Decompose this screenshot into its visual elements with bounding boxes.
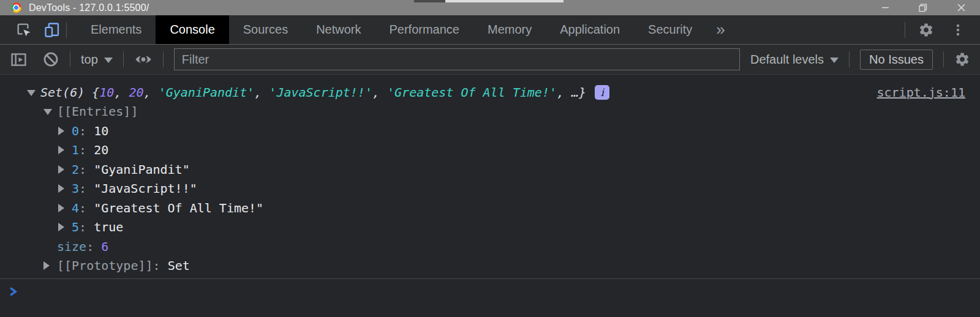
three-dot-menu-icon <box>951 23 965 37</box>
log-levels-dropdown[interactable]: Default levels <box>750 53 839 67</box>
eye-icon <box>134 50 153 69</box>
entry-value: "GyaniPandit" <box>94 162 190 177</box>
tab-memory[interactable]: Memory <box>473 15 546 44</box>
entry-value: "JavaScript!!" <box>94 181 197 196</box>
tab-label: Elements <box>91 23 141 37</box>
entry-index: 2 <box>72 162 79 177</box>
device-toolbar-toggle-button[interactable] <box>38 15 66 44</box>
property-value: 6 <box>101 239 108 254</box>
separator: : <box>86 239 101 254</box>
set-object-preview[interactable]: Set(6) {10, 20, 'GyaniPandit', 'JavaScri… <box>40 85 586 100</box>
console-prompt[interactable] <box>0 279 980 300</box>
tab-label: Console <box>170 23 214 37</box>
tab-application[interactable]: Application <box>546 15 634 44</box>
divider <box>943 51 944 67</box>
tab-label: Memory <box>488 23 532 37</box>
titlebar[interactable]: DevTools - 127.0.0.1:5500/ <box>0 0 980 15</box>
inspect-element-button[interactable] <box>10 15 38 44</box>
preview-string: 'GyaniPandit' <box>159 85 255 100</box>
expand-arrow-icon[interactable] <box>43 261 57 270</box>
console-prompt-icon <box>9 286 19 297</box>
entry-row[interactable]: 5: true <box>0 218 980 237</box>
preview-text: , <box>254 85 269 100</box>
expand-arrow-icon[interactable] <box>58 165 72 174</box>
log-levels-label: Default levels <box>750 53 824 67</box>
close-button[interactable] <box>942 0 980 15</box>
chevron-down-icon <box>830 58 839 63</box>
tab-elements[interactable]: Elements <box>77 15 156 44</box>
tab-security[interactable]: Security <box>634 15 706 44</box>
separator: : <box>79 124 94 138</box>
recording-progress-overlay <box>414 0 564 2</box>
console-settings-button[interactable] <box>954 51 970 67</box>
divider <box>70 51 70 67</box>
tab-performance[interactable]: Performance <box>375 15 474 44</box>
context-selector-dropdown[interactable]: top <box>81 53 113 67</box>
minimize-button[interactable] <box>866 0 904 15</box>
clear-console-button[interactable] <box>42 51 59 68</box>
gear-icon <box>954 51 970 67</box>
devtools-window: DevTools - 127.0.0.1:5500/ <box>0 0 980 317</box>
separator: : <box>79 162 94 177</box>
entry-value: "Greatest Of All Time!" <box>94 201 263 215</box>
entry-row[interactable]: 4: "Greatest Of All Time!" <box>0 198 980 218</box>
expand-arrow-icon[interactable] <box>58 146 72 154</box>
filter-input[interactable] <box>174 48 740 70</box>
spacer <box>67 15 77 44</box>
divider <box>163 51 164 67</box>
tab-network[interactable]: Network <box>302 15 375 44</box>
separator: : <box>79 201 94 215</box>
chrome-logo-icon <box>11 2 21 13</box>
preview-number: 20 <box>129 85 144 100</box>
restore-button[interactable] <box>904 0 942 15</box>
source-location-link[interactable]: script.js:11 <box>877 85 966 100</box>
entry-index: 5 <box>72 220 79 234</box>
tab-label: Security <box>648 23 692 37</box>
prototype-label: [[Prototype]] <box>57 258 153 273</box>
entries-label: [[Entries]] <box>57 104 138 119</box>
entries-header-row[interactable]: [[Entries]] <box>0 102 980 122</box>
no-issues-button[interactable]: No Issues <box>860 50 933 70</box>
restore-icon <box>919 4 927 12</box>
minimize-icon <box>881 4 889 12</box>
info-badge-icon[interactable]: i <box>595 85 609 100</box>
tab-sources[interactable]: Sources <box>229 15 302 44</box>
entry-row[interactable]: 1: 20 <box>0 141 980 160</box>
chevron-down-icon <box>104 58 113 63</box>
settings-button[interactable] <box>910 22 942 38</box>
preview-text: , …} <box>557 85 586 100</box>
more-tabs-button[interactable]: » <box>706 15 734 44</box>
expand-arrow-icon[interactable] <box>58 184 72 193</box>
collapse-arrow-icon[interactable] <box>27 89 40 96</box>
separator: : <box>79 143 94 157</box>
entry-row[interactable]: 3: "JavaScript!!" <box>0 179 980 199</box>
preview-string: 'Greatest Of All Time!' <box>387 85 557 100</box>
devtools-tabbar: Elements Console Sources Network Perform… <box>0 15 980 45</box>
device-toolbar-icon <box>43 21 61 39</box>
main-menu-button[interactable] <box>942 23 974 37</box>
clear-console-icon <box>42 51 59 68</box>
divider <box>905 22 905 38</box>
separator: : <box>79 220 94 234</box>
entry-row[interactable]: 2: "GyaniPandit" <box>0 160 980 179</box>
progress-bar-remaining <box>445 0 564 2</box>
prototype-row[interactable]: [[Prototype]]: Set <box>0 256 980 276</box>
preview-text: , <box>144 85 159 100</box>
gear-icon <box>918 22 934 38</box>
entry-row[interactable]: 0: 10 <box>0 121 980 141</box>
entry-value: true <box>94 220 123 234</box>
tab-label: Performance <box>390 23 460 37</box>
live-expression-button[interactable] <box>134 50 153 69</box>
expand-arrow-icon[interactable] <box>58 204 72 212</box>
size-property-row[interactable]: size: 6 <box>0 237 980 256</box>
tab-console[interactable]: Console <box>156 15 228 44</box>
console-sidebar-toggle-button[interactable] <box>10 51 28 69</box>
expand-arrow-icon[interactable] <box>58 127 72 135</box>
tabbar-right-controls <box>905 15 980 44</box>
tab-label: Network <box>316 23 361 37</box>
expand-arrow-icon[interactable] <box>58 223 72 231</box>
window-controls <box>866 0 980 15</box>
preview-text: , <box>114 85 129 100</box>
tab-label: Sources <box>243 23 288 37</box>
collapse-arrow-icon[interactable] <box>43 108 57 115</box>
